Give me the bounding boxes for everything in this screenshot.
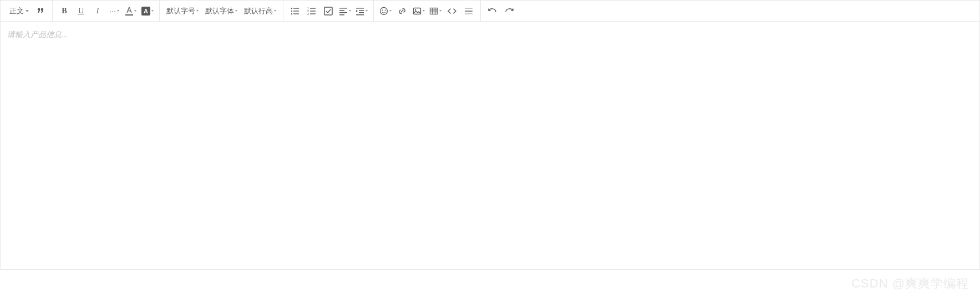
toolbar-group-heading: 正文 bbox=[3, 1, 53, 21]
unordered-list-button[interactable] bbox=[287, 3, 303, 19]
svg-rect-16 bbox=[339, 14, 344, 16]
more-styles-button[interactable]: ··· bbox=[106, 3, 123, 19]
font-family-label: 默认字体 bbox=[205, 6, 234, 16]
undo-icon bbox=[488, 7, 497, 16]
chevron-down-icon bbox=[134, 10, 136, 12]
editor-content[interactable]: 请输入产品信息... bbox=[1, 22, 979, 269]
chevron-down-icon bbox=[274, 10, 276, 12]
divider-button[interactable] bbox=[460, 3, 477, 19]
svg-point-2 bbox=[291, 10, 292, 11]
bg-color-icon: A bbox=[141, 7, 150, 16]
bold-button[interactable]: B bbox=[56, 3, 73, 19]
chevron-down-icon bbox=[389, 10, 392, 12]
svg-rect-26 bbox=[430, 8, 438, 14]
toolbar: 正文 B U I ··· A bbox=[1, 1, 979, 22]
chevron-down-icon bbox=[26, 10, 29, 12]
svg-rect-13 bbox=[339, 8, 347, 9]
svg-rect-15 bbox=[339, 12, 347, 13]
line-height-label: 默认行高 bbox=[244, 6, 273, 16]
italic-icon: I bbox=[97, 7, 99, 16]
code-icon bbox=[448, 7, 456, 16]
toolbar-group-text-style: B U I ··· A A bbox=[53, 1, 160, 21]
svg-rect-7 bbox=[310, 8, 316, 8]
svg-rect-31 bbox=[465, 8, 473, 8]
svg-rect-3 bbox=[293, 11, 299, 11]
indent-button[interactable] bbox=[353, 3, 370, 19]
font-size-select[interactable]: 默认字号 bbox=[163, 3, 202, 19]
italic-button[interactable]: I bbox=[89, 3, 106, 19]
image-icon bbox=[413, 7, 422, 16]
underline-button[interactable]: U bbox=[73, 3, 89, 19]
font-family-select[interactable]: 默认字体 bbox=[202, 3, 241, 19]
divider-icon bbox=[464, 7, 473, 16]
chevron-down-icon bbox=[117, 10, 119, 12]
ordered-list-button[interactable]: 123 bbox=[303, 3, 320, 19]
align-icon bbox=[339, 7, 348, 16]
undo-button[interactable] bbox=[484, 3, 501, 19]
toolbar-group-font: 默认字号 默认字体 默认行高 bbox=[160, 1, 283, 21]
image-button[interactable] bbox=[410, 3, 427, 19]
svg-point-25 bbox=[415, 9, 416, 10]
quote-icon bbox=[36, 7, 45, 16]
checklist-icon bbox=[324, 7, 333, 16]
svg-rect-24 bbox=[414, 8, 421, 14]
code-button[interactable] bbox=[444, 3, 460, 19]
svg-point-0 bbox=[291, 7, 292, 8]
svg-rect-1 bbox=[293, 8, 299, 8]
svg-point-22 bbox=[382, 9, 383, 11]
editor-container: 正文 B U I ··· A bbox=[0, 0, 980, 270]
blockquote-button[interactable] bbox=[32, 3, 49, 19]
ordered-list-icon: 123 bbox=[307, 7, 316, 16]
table-button[interactable] bbox=[427, 3, 444, 19]
svg-rect-18 bbox=[359, 10, 364, 11]
font-color-button[interactable]: A bbox=[123, 3, 139, 19]
svg-point-4 bbox=[291, 13, 292, 14]
font-color-icon: A bbox=[125, 6, 133, 16]
watermark: CSDN @爽爽学编程 bbox=[851, 275, 969, 292]
svg-rect-20 bbox=[356, 14, 364, 16]
link-icon bbox=[398, 7, 407, 16]
align-button[interactable] bbox=[337, 3, 353, 19]
toolbar-group-list: 123 bbox=[283, 1, 374, 21]
emoji-icon bbox=[379, 7, 388, 16]
svg-rect-9 bbox=[310, 11, 316, 11]
indent-icon bbox=[356, 7, 364, 16]
chevron-down-icon bbox=[423, 10, 425, 12]
chevron-down-icon bbox=[151, 10, 154, 12]
svg-rect-19 bbox=[359, 12, 364, 13]
chevron-down-icon bbox=[235, 10, 237, 12]
emoji-button[interactable] bbox=[377, 3, 394, 19]
bg-color-button[interactable]: A bbox=[139, 3, 156, 19]
more-icon: ··· bbox=[109, 7, 116, 16]
bold-icon: B bbox=[62, 7, 67, 16]
line-height-select[interactable]: 默认行高 bbox=[241, 3, 280, 19]
toolbar-group-history bbox=[481, 1, 521, 21]
svg-rect-14 bbox=[339, 10, 344, 11]
svg-rect-17 bbox=[356, 8, 364, 9]
toolbar-group-insert bbox=[374, 1, 481, 21]
chevron-down-icon bbox=[365, 10, 368, 12]
svg-rect-32 bbox=[465, 11, 473, 11]
svg-rect-33 bbox=[465, 13, 473, 14]
svg-point-23 bbox=[385, 9, 386, 11]
heading-label: 正文 bbox=[9, 6, 24, 16]
svg-rect-12 bbox=[324, 7, 332, 15]
redo-icon bbox=[505, 7, 514, 16]
chevron-down-icon bbox=[349, 10, 351, 12]
underline-icon: U bbox=[78, 7, 84, 16]
link-button[interactable] bbox=[394, 3, 410, 19]
table-icon bbox=[429, 7, 438, 16]
svg-rect-11 bbox=[310, 13, 316, 14]
unordered-list-icon bbox=[291, 7, 299, 16]
svg-point-21 bbox=[380, 7, 388, 14]
chevron-down-icon bbox=[196, 10, 199, 12]
checklist-button[interactable] bbox=[320, 3, 337, 19]
redo-button[interactable] bbox=[501, 3, 517, 19]
chevron-down-icon bbox=[439, 10, 441, 12]
font-size-label: 默认字号 bbox=[166, 6, 195, 16]
svg-rect-5 bbox=[293, 13, 299, 14]
svg-text:3: 3 bbox=[307, 12, 309, 16]
editor-placeholder: 请输入产品信息... bbox=[7, 30, 68, 39]
heading-select[interactable]: 正文 bbox=[6, 3, 32, 19]
